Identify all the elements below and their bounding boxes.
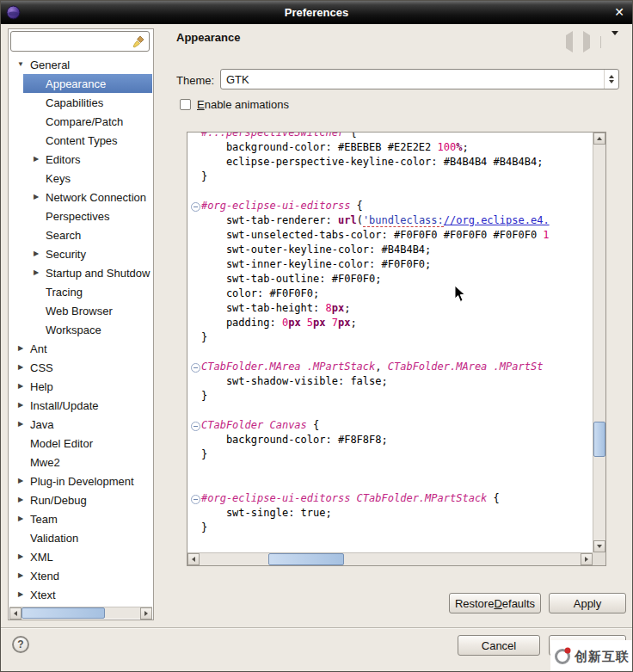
sidebar-horizontal-scrollbar[interactable] xyxy=(9,607,152,619)
tree-item-run-debug[interactable]: ▶Run/Debug xyxy=(9,490,152,509)
theme-combobox[interactable]: GTK xyxy=(220,69,619,89)
code-text: swt-tab-height: xyxy=(201,302,326,314)
scroll-up-button[interactable] xyxy=(593,133,605,145)
tree-item-content-types[interactable]: Content Types xyxy=(9,131,152,150)
filter-input[interactable] xyxy=(11,32,132,51)
tree-item-label: Xtend xyxy=(27,570,63,583)
tree-item-label: Keys xyxy=(42,172,74,185)
expand-arrow-icon[interactable]: ▶ xyxy=(15,396,27,415)
scrollbar-track[interactable] xyxy=(593,145,605,540)
scroll-left-button[interactable] xyxy=(9,607,22,620)
expand-arrow-icon[interactable]: ▶ xyxy=(30,263,42,282)
scroll-left-button[interactable] xyxy=(187,553,200,565)
tree-item-label: Plug-in Development xyxy=(27,475,138,488)
titlebar[interactable]: Preferences ✕ xyxy=(1,1,632,24)
css-code-view[interactable]: #...perspectiveSwitcher { background-col… xyxy=(187,133,593,552)
tree-item-startup-and-shutdow[interactable]: ▶Startup and Shutdow xyxy=(9,263,152,282)
apply-button[interactable]: Apply xyxy=(549,593,626,613)
enable-animations-checkbox[interactable] xyxy=(180,99,191,110)
code-text: ( xyxy=(357,214,363,226)
forward-button[interactable] xyxy=(583,35,590,48)
expand-arrow-icon[interactable]: ▶ xyxy=(15,415,27,434)
cancel-button[interactable]: Cancel xyxy=(458,635,540,656)
code-number: 7 xyxy=(332,317,338,329)
fold-collapse-icon[interactable] xyxy=(189,491,201,506)
tree-item-help[interactable]: ▶Help xyxy=(9,377,152,396)
collapse-arrow-icon[interactable]: ▼ xyxy=(15,55,27,74)
scrollbar-track[interactable] xyxy=(22,607,140,619)
tree-item-validation[interactable]: Validation xyxy=(9,528,152,547)
tree-item-plug-in-development[interactable]: ▶Plug-in Development xyxy=(9,472,152,490)
tree-item-capabilities[interactable]: Capabilities xyxy=(9,93,152,112)
code-line-text: } xyxy=(201,330,207,345)
scroll-right-button[interactable] xyxy=(581,553,593,565)
tree-item-team[interactable]: ▶Team xyxy=(9,509,152,528)
clear-filter-icon[interactable] xyxy=(132,34,147,49)
tree-item-xml[interactable]: ▶XML xyxy=(9,547,152,566)
scrollbar-thumb[interactable] xyxy=(593,422,605,457)
expand-arrow-icon[interactable]: ▶ xyxy=(30,244,42,263)
expand-arrow-icon[interactable]: ▶ xyxy=(30,150,42,169)
close-button[interactable]: ✕ xyxy=(614,4,624,20)
scroll-right-button[interactable] xyxy=(140,607,152,620)
tree-item-security[interactable]: ▶Security xyxy=(9,244,152,263)
tree-item-perspectives[interactable]: Perspectives xyxy=(9,207,152,225)
scrollbar-thumb[interactable] xyxy=(22,607,105,619)
back-button[interactable] xyxy=(566,35,573,48)
tree-item-network-connection[interactable]: ▶Network Connection xyxy=(9,188,152,207)
fold-collapse-icon[interactable] xyxy=(189,360,201,374)
tree-item-model-editor[interactable]: Model Editor xyxy=(9,434,152,453)
code-text: swt-tab-outline: #F0F0F0; xyxy=(201,273,382,285)
tree-item-web-browser[interactable]: Web Browser xyxy=(9,301,152,320)
expand-arrow-icon[interactable]: ▶ xyxy=(15,547,27,566)
code-number: 8 xyxy=(326,302,332,314)
theme-combobox-value: GTK xyxy=(221,73,604,86)
gutter xyxy=(189,316,201,330)
expand-arrow-icon[interactable]: ▶ xyxy=(30,188,42,207)
tree-item-appearance[interactable]: Appearance xyxy=(23,74,152,93)
tree-item-ant[interactable]: ▶Ant xyxy=(9,339,152,358)
view-menu-button[interactable] xyxy=(611,35,618,48)
gutter xyxy=(189,133,201,140)
tree-item-tracing[interactable]: Tracing xyxy=(9,282,152,301)
nav-divider xyxy=(600,36,601,48)
tree-item-css[interactable]: ▶CSS xyxy=(9,358,152,377)
expand-arrow-icon[interactable]: ▶ xyxy=(15,566,27,585)
tree-item-general[interactable]: ▼General xyxy=(9,55,152,74)
tree-item-compare-patch[interactable]: Compare/Patch xyxy=(9,112,152,131)
expand-arrow-icon[interactable]: ▶ xyxy=(15,358,27,377)
code-text: } xyxy=(201,521,207,533)
tree-item-search[interactable]: Search xyxy=(9,225,152,244)
scrollbar-thumb[interactable] xyxy=(268,553,345,565)
help-button[interactable]: ? xyxy=(12,636,29,653)
tree-item-editors[interactable]: ▶Editors xyxy=(9,150,152,169)
combobox-dropdown-button[interactable] xyxy=(604,70,618,89)
editor-horizontal-scrollbar[interactable] xyxy=(187,552,593,565)
scroll-down-button[interactable] xyxy=(593,540,605,552)
expand-arrow-icon[interactable]: ▶ xyxy=(15,585,27,604)
tree-item-xtext[interactable]: ▶Xtext xyxy=(9,585,152,604)
restore-defaults-button[interactable]: Restore Defaults xyxy=(449,593,541,613)
tree-item-java[interactable]: ▶Java xyxy=(9,415,152,434)
scrollbar-track[interactable] xyxy=(200,553,581,565)
tree-item-xtend[interactable]: ▶Xtend xyxy=(9,566,152,585)
tree-item-label: Web Browser xyxy=(42,305,116,318)
tree-item-mwe2[interactable]: Mwe2 xyxy=(9,453,152,472)
preferences-tree[interactable]: ▼GeneralAppearanceCapabilitiesCompare/Pa… xyxy=(9,55,152,606)
expand-arrow-icon[interactable]: ▶ xyxy=(15,490,27,509)
mnemonic-letter: D xyxy=(494,597,501,610)
fold-collapse-icon[interactable] xyxy=(189,199,201,213)
fold-collapse-icon[interactable] xyxy=(189,418,201,433)
tree-item-install-update[interactable]: ▶Install/Update xyxy=(9,396,152,415)
expand-arrow-icon[interactable]: ▶ xyxy=(15,472,27,490)
code-line xyxy=(189,345,593,360)
button-label: Restore xyxy=(455,597,495,610)
filter-box[interactable] xyxy=(10,31,150,52)
gutter xyxy=(189,477,201,491)
expand-arrow-icon[interactable]: ▶ xyxy=(15,377,27,396)
editor-vertical-scrollbar[interactable] xyxy=(593,133,605,552)
tree-item-workspace[interactable]: Workspace xyxy=(9,320,152,339)
expand-arrow-icon[interactable]: ▶ xyxy=(15,509,27,528)
tree-item-keys[interactable]: Keys xyxy=(9,169,152,188)
expand-arrow-icon[interactable]: ▶ xyxy=(15,339,27,358)
